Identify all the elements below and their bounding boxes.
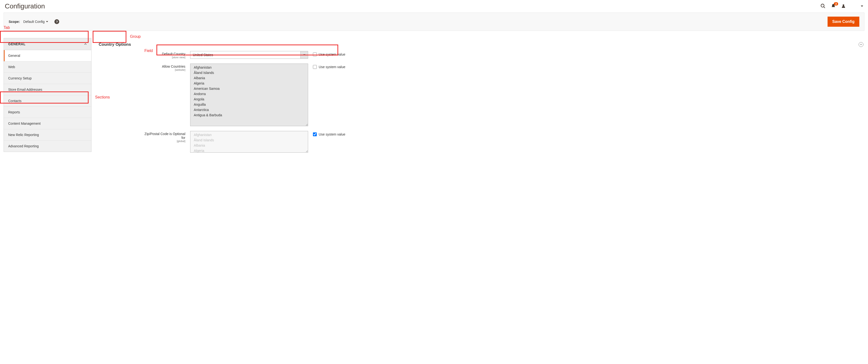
ms-option[interactable]: Antarctica [190, 107, 308, 113]
sidebar-section-new-relic[interactable]: New Relic Reporting [4, 129, 91, 141]
ms-option[interactable]: Afghanistan [190, 65, 308, 70]
svg-line-1 [824, 6, 825, 8]
sidebar-section-content-mgmt[interactable]: Content Management [4, 118, 91, 129]
ms-option[interactable]: Åland Islands [190, 70, 308, 75]
ms-option[interactable]: Antigua & Barbuda [190, 113, 308, 118]
ms-option: Albania [190, 143, 308, 148]
annot-label-group: Group [130, 34, 141, 39]
sidebar-section-store-email[interactable]: Store Email Addresses [4, 84, 91, 95]
collapse-group-icon[interactable] [859, 42, 863, 47]
field-label-allow-countries: Allow Countries [162, 64, 185, 68]
ms-option[interactable]: American Samoa [190, 86, 308, 91]
scope-select[interactable]: Default Config [23, 20, 49, 24]
field-scope-allow-countries: [website] [142, 68, 185, 71]
allow-countries-use-system-checkbox[interactable] [313, 65, 317, 69]
zip-optional-use-system-checkbox[interactable] [313, 132, 317, 136]
ms-option[interactable]: Albania [190, 75, 308, 81]
annot-label-field: Field [145, 49, 153, 53]
account-dropdown-icon[interactable] [861, 4, 863, 8]
sidebar-tab-label: GENERAL [8, 42, 26, 46]
zip-optional-multiselect: AfghanistanÅland IslandsAlbaniaAlgeria [190, 131, 308, 153]
zip-optional-use-system-label: Use system value [319, 132, 345, 136]
field-scope-default-country: [store view] [142, 56, 185, 59]
ms-option[interactable]: Algeria [190, 81, 308, 86]
notifications-icon[interactable]: 3 [831, 3, 836, 9]
sidebar-tab-general[interactable]: GENERAL [4, 38, 91, 50]
account-icon[interactable] [841, 4, 846, 9]
default-country-use-system-label: Use system value [319, 53, 345, 56]
sidebar-section-contacts[interactable]: Contacts [4, 95, 91, 107]
sidebar-section-general[interactable]: General [4, 50, 91, 61]
chevron-down-icon [46, 21, 48, 23]
annot-label-tab: Tab [4, 26, 10, 30]
help-icon[interactable]: ? [54, 19, 59, 24]
group-title-country-options: Country Options [96, 41, 133, 48]
annot-label-sections: Sections [95, 95, 110, 99]
ms-option: Afghanistan [190, 132, 308, 138]
ms-option: Åland Islands [190, 138, 308, 143]
default-country-use-system-checkbox[interactable] [313, 53, 317, 56]
ms-option[interactable]: Angola [190, 96, 308, 102]
svg-point-2 [843, 4, 844, 6]
svg-point-0 [821, 4, 824, 7]
field-label-zip-optional: Zip/Postal Code is Optional for [145, 132, 185, 140]
notifications-badge: 3 [834, 2, 838, 5]
scope-label: Scope: [9, 20, 20, 24]
ms-option[interactable]: Andorra [190, 91, 308, 96]
sidebar-section-reports[interactable]: Reports [4, 107, 91, 118]
page-title: Configuration [5, 2, 45, 10]
field-label-default-country: Default Country [162, 52, 185, 56]
sidebar-section-adv-reporting[interactable]: Advanced Reporting [4, 141, 91, 152]
save-config-button[interactable]: Save Config [828, 17, 859, 27]
sidebar-section-currency[interactable]: Currency Setup [4, 73, 91, 84]
chevron-up-icon [84, 42, 87, 46]
field-scope-zip-optional: [global] [142, 140, 185, 143]
allow-countries-multiselect[interactable]: AfghanistanÅland IslandsAlbaniaAlgeriaAm… [190, 64, 308, 126]
sidebar-sections: General Web Currency Setup Store Email A… [4, 50, 91, 152]
ms-option[interactable]: Anguilla [190, 102, 308, 107]
allow-countries-use-system-label: Use system value [319, 65, 345, 69]
ms-option: Algeria [190, 148, 308, 153]
search-icon[interactable] [820, 3, 826, 9]
sidebar-section-web[interactable]: Web [4, 61, 91, 73]
scope-value: Default Config [23, 20, 45, 24]
default-country-select[interactable] [190, 51, 308, 59]
scope-bar: Scope: Default Config ? Save Config [4, 12, 864, 31]
